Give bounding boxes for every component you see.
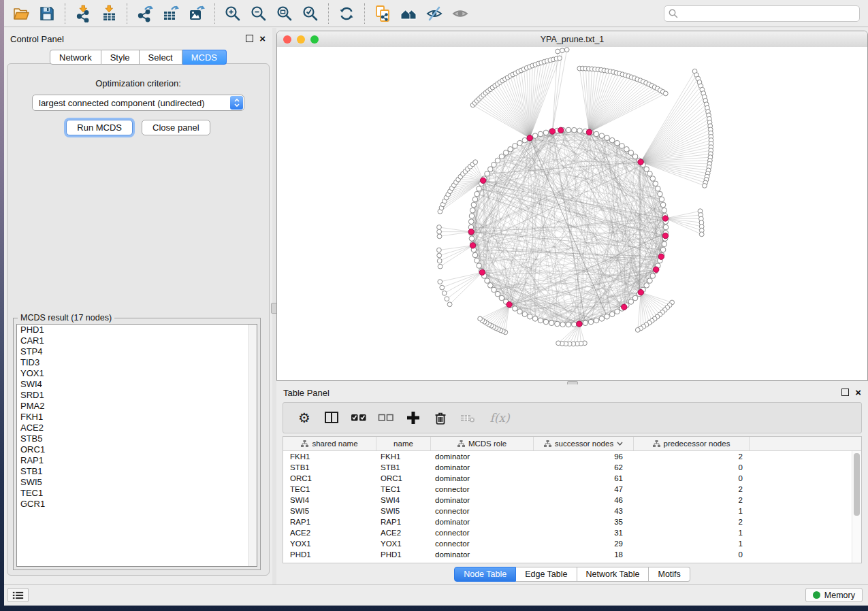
tab-edge-table[interactable]: Edge Table [516, 567, 577, 582]
mcds-result-item[interactable]: YOX1 [17, 368, 257, 379]
mcds-result-item[interactable]: SWI4 [17, 379, 257, 390]
save-session-button[interactable] [34, 2, 60, 25]
close-panel-button[interactable]: Close panel [142, 120, 210, 135]
mcds-result-item[interactable]: ORC1 [17, 444, 257, 455]
zoom-fit-button[interactable] [272, 2, 298, 25]
table-settings-button[interactable]: ⚙ [294, 408, 315, 428]
attribute-icon [457, 440, 465, 448]
network-canvas[interactable] [277, 47, 867, 380]
table-row[interactable]: STB1STB1dominator620 [283, 462, 861, 473]
export-table-icon [162, 5, 180, 22]
mcds-result-item[interactable]: GCR1 [17, 499, 257, 510]
mcds-result-item[interactable]: PMA2 [17, 401, 257, 412]
column-header-successor-nodes[interactable]: successor nodes [534, 437, 634, 450]
open-file-button[interactable] [8, 2, 34, 25]
tab-network[interactable]: Network [50, 50, 101, 65]
mcds-list-scrollbar[interactable] [248, 325, 257, 566]
window-close-icon[interactable] [283, 35, 291, 44]
close-panel-icon[interactable]: × [855, 389, 861, 396]
zoom-in-button[interactable] [220, 2, 246, 25]
table-row[interactable]: FKH1FKH1dominator962 [283, 451, 861, 462]
task-history-button[interactable] [7, 588, 29, 602]
mcds-result-list[interactable]: PHD1CAR1STP4TID3YOX1SWI4SRD1PMA2FKH1ACE2… [16, 324, 257, 567]
criterion-select[interactable]: largest connected component (undirected) [32, 95, 244, 111]
tab-mcds[interactable]: MCDS [182, 50, 227, 65]
mcds-result-item[interactable]: STP4 [17, 346, 257, 357]
mcds-result-item[interactable]: STB5 [17, 433, 257, 444]
export-table-button[interactable] [158, 2, 184, 25]
table-row[interactable]: RAP1RAP1dominator352 [283, 516, 861, 527]
table-cell: 2 [634, 516, 750, 527]
mcds-result-item[interactable]: FKH1 [17, 412, 257, 423]
table-row[interactable]: ORC1ORC1dominator610 [283, 473, 861, 484]
column-header-predecessor-nodes[interactable]: predecessor nodes [634, 437, 750, 450]
deselect-all-button[interactable] [376, 408, 396, 428]
column-header-name[interactable]: name [376, 437, 431, 450]
table-cell: 0 [634, 549, 750, 560]
table-row[interactable]: PHD1PHD1dominator180 [283, 549, 861, 560]
close-panel-icon[interactable]: × [259, 35, 266, 42]
import-table-button[interactable] [96, 2, 122, 25]
zoom-selected-button[interactable] [298, 2, 323, 25]
zoom-out-button[interactable] [246, 2, 272, 25]
mcds-result-item[interactable]: RAP1 [17, 455, 257, 466]
tab-style[interactable]: Style [101, 50, 140, 65]
list-icon [12, 590, 24, 601]
show-all-button[interactable] [447, 2, 473, 25]
mcds-result-item[interactable]: SWI5 [17, 477, 257, 488]
add-column-button[interactable] [403, 408, 423, 428]
table-cell: connector [431, 506, 534, 516]
float-panel-icon[interactable] [841, 389, 849, 396]
column-header-shared-name[interactable]: shared name [283, 437, 376, 450]
tab-select[interactable]: Select [140, 50, 182, 65]
table-cell: PHD1 [283, 549, 376, 560]
table-cell: SWI4 [376, 495, 431, 506]
table-panel-tabs: Node Table Edge Table Network Table Moti… [276, 565, 868, 583]
tab-node-table[interactable]: Node Table [454, 567, 516, 582]
table-scrollbar[interactable] [852, 451, 861, 563]
table-row[interactable]: ACE2ACE2connector311 [283, 527, 861, 538]
eye-icon [451, 5, 469, 22]
export-image-button[interactable] [184, 2, 210, 25]
control-panel-title: Control Panel [10, 34, 64, 44]
refresh-view-button[interactable] [334, 2, 359, 25]
mcds-result-item[interactable]: TID3 [17, 357, 257, 368]
scrollbar-thumb[interactable] [854, 453, 860, 516]
optimization-criterion-label: Optimization criterion: [7, 78, 269, 88]
table-row[interactable]: YOX1YOX1connector291 [283, 538, 861, 549]
mcds-result-item[interactable]: PHD1 [17, 325, 257, 335]
tab-network-table[interactable]: Network Table [577, 567, 649, 582]
zoom-fit-icon [276, 5, 293, 22]
search-input[interactable] [664, 5, 860, 22]
mcds-result-item[interactable]: ACE2 [17, 423, 257, 433]
run-mcds-button[interactable]: Run MCDS [66, 120, 133, 135]
mcds-result-title: MCDS result (17 nodes) [18, 313, 114, 323]
attribute-icon [301, 440, 308, 448]
mcds-result-item[interactable]: CAR1 [17, 335, 257, 346]
mcds-result-item[interactable]: SRD1 [17, 390, 257, 401]
first-neighbors-button[interactable] [396, 2, 421, 25]
tab-motifs[interactable]: Motifs [649, 567, 690, 582]
table-row[interactable]: SWI4SWI4dominator462 [283, 495, 861, 506]
float-panel-icon[interactable] [246, 35, 253, 42]
zoom-out-icon [250, 5, 268, 22]
export-network-button[interactable] [132, 2, 158, 25]
mcds-result-item[interactable]: STB1 [17, 466, 257, 477]
column-manager-button[interactable] [321, 408, 342, 428]
table-cell: dominator [431, 516, 534, 527]
mcds-result-item[interactable]: TEC1 [17, 488, 257, 499]
memory-button[interactable]: Memory [805, 588, 863, 602]
delete-column-button[interactable] [430, 408, 451, 428]
window-minimize-icon[interactable] [297, 35, 305, 44]
import-network-button[interactable] [70, 2, 96, 25]
table-row[interactable]: SWI5SWI5connector431 [283, 506, 861, 516]
select-all-button[interactable] [349, 408, 369, 428]
table-cell: 0 [634, 473, 750, 484]
clone-network-button[interactable] [370, 2, 396, 25]
hide-selected-button[interactable] [421, 2, 447, 25]
column-header-mcds-role[interactable]: MCDS role [431, 437, 534, 450]
table-cell: 46 [534, 495, 634, 506]
window-maximize-icon[interactable] [310, 35, 319, 44]
table-cell: ORC1 [283, 473, 376, 484]
table-row[interactable]: TEC1TEC1connector472 [283, 484, 861, 495]
